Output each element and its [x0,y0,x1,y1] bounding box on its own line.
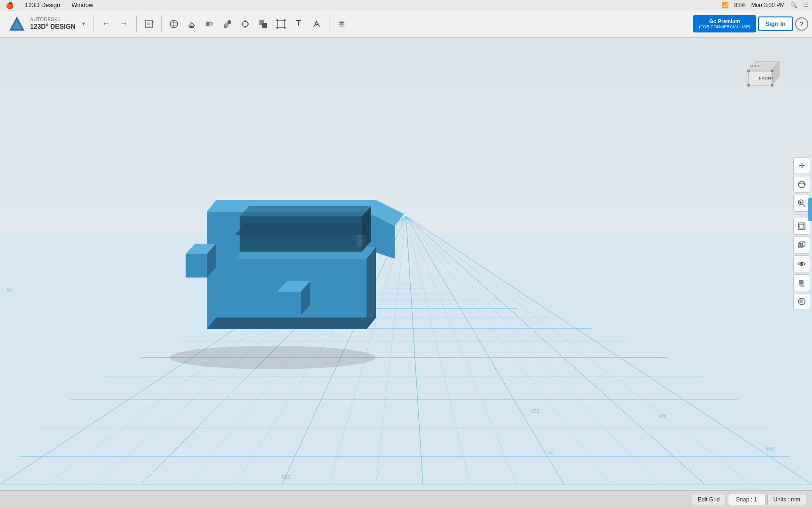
menu-bar: 🍎 123D Design Window 📶 83% Mon 3:00 PM 🔍… [0,0,812,10]
3d-object-svg [132,127,404,376]
grid-label-neg150: -150 [529,408,539,414]
svg-point-109 [747,84,750,87]
material-btn[interactable] [793,293,810,310]
window-menu-item[interactable]: Window [70,1,95,8]
svg-point-16 [227,20,231,24]
status-bar: Edit Grid Units : mm [0,490,812,508]
design-label: 123D° DESIGN [30,23,76,31]
wifi-icon: 📶 [722,2,729,8]
menu-icon[interactable]: ☰ [803,2,808,8]
svg-rect-23 [262,23,267,28]
spotlight-icon[interactable]: 🔍 [790,2,797,8]
sep-2 [136,16,137,32]
premium-label: Go Premium [699,18,750,24]
sketch-btn[interactable] [165,16,182,32]
combine-btn[interactable] [255,16,272,32]
svg-point-28 [284,27,286,29]
sep-1 [94,16,94,32]
svg-marker-98 [240,216,362,252]
text-icon: T [296,19,301,29]
svg-point-108 [771,84,773,87]
sep-4 [329,16,329,32]
svg-point-106 [747,70,750,72]
app-menu-item[interactable]: 123D Design [23,1,62,8]
svg-text:FRONT: FRONT [759,76,773,80]
svg-marker-13 [210,22,212,23]
revolve-btn[interactable] [201,16,218,32]
svg-point-26 [284,19,286,21]
svg-point-29 [315,22,318,25]
svg-point-20 [242,23,243,25]
svg-text:LEFT: LEFT [750,64,759,68]
combine-icon [258,19,268,29]
svg-marker-90 [367,247,376,329]
nav-separator-1 [795,214,808,215]
orbit-btn[interactable] [793,176,810,193]
svg-point-77 [169,346,376,369]
svg-marker-95 [277,292,301,315]
svg-rect-124 [799,280,804,285]
units-button[interactable]: Units : mm [767,494,806,505]
sep-3 [161,16,162,32]
pan-btn[interactable]: ✛ [793,157,810,174]
revolve-icon [204,19,215,29]
edit-grid-button[interactable]: Edit Grid [692,494,726,505]
svg-point-125 [799,285,805,287]
svg-marker-92 [186,254,207,278]
svg-marker-99 [240,206,371,216]
signin-button[interactable]: Sign In [758,16,793,31]
nav-cube[interactable]: FRONT LEFT [742,45,784,87]
logo-dropdown-arrow[interactable]: ▼ [81,21,86,26]
svg-point-19 [244,26,246,28]
layers-icon [336,19,347,29]
eye-btn[interactable] [793,255,810,272]
grid-label-75: 75 [548,451,554,456]
help-button[interactable]: ? [795,17,808,31]
back-button[interactable]: ← [98,16,115,32]
grid-label-neg65: -65 [659,413,666,419]
apple-menu[interactable]: 🍎 [4,1,16,9]
extrude-icon [187,19,197,29]
grid-svg [0,38,812,508]
primitive-tools: T [165,16,325,32]
clock: Mon 3:00 PM [751,2,785,8]
battery-indicator: 83% [734,2,746,8]
snap-input[interactable] [728,494,765,505]
snap-icon [312,19,322,29]
fit-view-btn[interactable] [793,218,810,235]
snap-btn[interactable] [308,16,325,32]
nav-buttons: ← → [98,16,133,32]
svg-point-27 [276,27,278,29]
premium-button[interactable]: Go Premium (FOR COMMERCIAL USE) [693,15,756,33]
forward-button[interactable]: → [116,16,133,32]
svg-point-25 [276,19,278,21]
svg-point-21 [247,23,249,25]
viewport[interactable]: 50 -65 75 -150 850 850 FRONT LEFT ✛ [0,38,812,508]
svg-rect-5 [148,24,149,24]
select-icon [144,19,154,29]
primitives-icon [222,19,233,29]
pattern-btn[interactable] [237,16,254,32]
text-btn[interactable]: T [290,16,307,32]
select-tool-btn[interactable] [141,16,157,32]
pattern-icon [240,19,250,29]
p-letter-3d [186,200,404,329]
logo-icon [8,15,26,33]
menu-bar-right: 📶 83% Mon 3:00 PM 🔍 ☰ [722,2,808,8]
zoom-btn[interactable] [793,195,810,212]
shadow-btn[interactable] [793,274,810,291]
svg-rect-117 [800,224,804,228]
autodesk-label: AUTODESK® [30,17,76,23]
primitives-btn[interactable] [219,16,236,32]
grid-label-50: 50 [7,287,12,293]
modify-btn[interactable] [273,16,289,32]
premium-sub-label: (FOR COMMERCIAL USE) [699,24,750,30]
layers-btn[interactable] [333,16,350,32]
nav-controls: ✛ [791,155,812,312]
app-logo: AUTODESK® 123D° DESIGN ▼ [4,15,90,33]
perspective-btn[interactable] [793,237,810,254]
right-edge-tab[interactable] [808,198,812,221]
extrude-btn[interactable] [183,16,200,32]
svg-rect-11 [189,26,194,28]
svg-marker-91 [207,318,376,329]
